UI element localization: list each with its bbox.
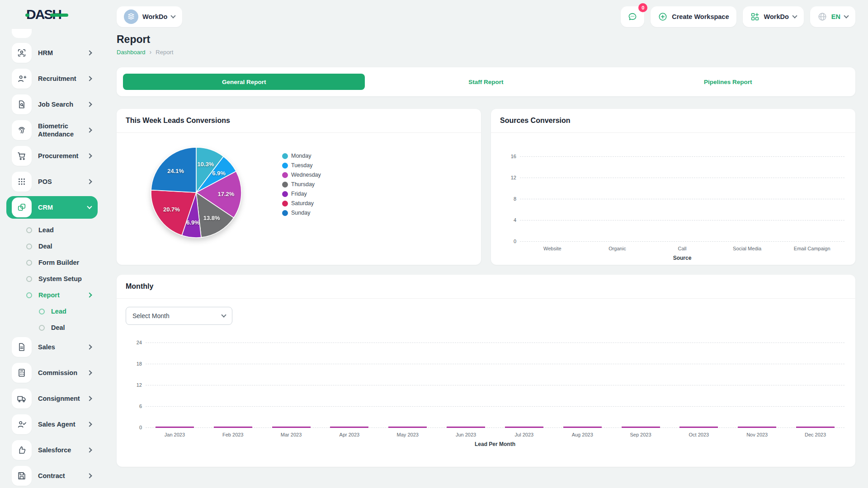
sidebar-item-biometric-attendance[interactable]: Biometric Attendance (6, 119, 98, 141)
breadcrumb-dashboard-link[interactable]: Dashboard (117, 49, 146, 56)
sidebar-subitem-lead[interactable]: Lead (6, 222, 98, 238)
workspace-switcher-button[interactable]: WorkDo (117, 6, 182, 27)
workspace-menu-label: WorkDo (764, 13, 789, 20)
monthly-card: Monthly Select Month 06121824 Jan 2023Fe… (117, 275, 855, 467)
sidebar-subitem-system-setup[interactable]: System Setup (6, 271, 98, 287)
bar-dec-2023[interactable] (796, 427, 835, 428)
tab-pipelines-report[interactable]: Pipelines Report (607, 74, 849, 90)
create-workspace-button[interactable]: Create Workspace (651, 6, 736, 27)
sources-bar-chart: 0481216 (520, 145, 844, 242)
breadcrumb-current: Report (156, 49, 173, 56)
main-area: WorkDo 0 Create Workspace WorkDo EN (104, 0, 868, 488)
bar-jul-2023[interactable] (505, 427, 543, 428)
x-tick-label-dec-2023: Dec 2023 (786, 432, 844, 437)
sidebar-item-procurement[interactable]: Procurement (6, 145, 98, 167)
legend-item-saturday[interactable]: Saturday (282, 200, 321, 206)
sidebar-subitem-deal[interactable]: Deal (6, 238, 98, 254)
sidebar-item-sales[interactable]: Sales (6, 336, 98, 358)
y-tick-label: 12 (502, 175, 516, 180)
legend-item-tuesday[interactable]: Tuesday (282, 162, 321, 169)
x-tick-label-jun-2023: Jun 2023 (437, 432, 495, 437)
workspace-menu-button[interactable]: WorkDo (743, 6, 804, 27)
sidebar-item-salesforce[interactable]: Salesforce (6, 439, 98, 461)
sidebar-item-recruitment[interactable]: Recruitment (6, 67, 98, 90)
bar-jan-2023[interactable] (156, 427, 194, 428)
bar-apr-2023[interactable] (330, 427, 368, 428)
y-tick-label: 0 (502, 239, 516, 244)
circle-icon (26, 244, 32, 249)
contract-icon (12, 466, 32, 486)
bar-aug-2023[interactable] (563, 427, 602, 428)
sidebar-item-crm[interactable]: CRM (6, 196, 98, 219)
x-tick-label-social-media: Social Media (715, 246, 780, 251)
legend-item-wednesday[interactable]: Wednesday (282, 172, 321, 178)
y-tick-label: 24 (127, 340, 142, 345)
x-tick-label-jan-2023: Jan 2023 (146, 432, 204, 437)
x-tick-label-jul-2023: Jul 2023 (495, 432, 553, 437)
x-tick-label-may-2023: May 2023 (378, 432, 437, 437)
bar-feb-2023[interactable] (214, 427, 252, 428)
chevron-right-icon (87, 292, 92, 297)
legend-item-monday[interactable]: Monday (282, 153, 321, 159)
legend-dot-icon (282, 201, 288, 206)
sales-agent-icon (12, 414, 32, 434)
messages-badge: 0 (638, 3, 647, 12)
pie-value-label-monday: 10.3% (198, 161, 214, 168)
pos-icon (12, 172, 32, 192)
chevron-right-icon (87, 153, 92, 158)
legend-item-sunday[interactable]: Sunday (282, 210, 321, 216)
sidebar-subitem-lead[interactable]: Lead (6, 303, 98, 319)
x-tick-label-email-campaign: Email Campaign (779, 246, 844, 251)
circle-icon (39, 309, 45, 314)
messages-button[interactable]: 0 (621, 6, 644, 27)
salesforce-icon (12, 440, 32, 460)
bar-mar-2023[interactable] (272, 427, 311, 428)
bar-nov-2023[interactable] (738, 427, 776, 428)
bar-jun-2023[interactable] (447, 427, 485, 428)
sidebar-item-commission[interactable]: Commission (6, 361, 98, 384)
pie-value-label-sunday: 24.1% (167, 168, 184, 174)
y-tick-label: 16 (502, 154, 516, 159)
sidebar-item-contract[interactable]: Contract (6, 465, 98, 487)
bar-oct-2023[interactable] (679, 427, 718, 428)
chevron-down-icon (221, 312, 226, 317)
y-tick-label: 0 (127, 425, 142, 430)
sources-x-axis-title: Source (520, 251, 844, 261)
job-search-icon (12, 94, 32, 114)
x-tick-label-website: Website (520, 246, 585, 251)
workspace-avatar (124, 9, 138, 24)
bar-may-2023[interactable] (388, 427, 427, 428)
tab-general-report[interactable]: General Report (123, 74, 365, 90)
chevron-right-icon (87, 127, 92, 132)
hrm-icon (12, 43, 32, 63)
monthly-card-title: Monthly (117, 275, 855, 299)
sidebar-subitem-deal[interactable]: Deal (6, 319, 98, 336)
legend-item-thursday[interactable]: Thursday (282, 181, 321, 188)
weekly-leads-card: This Week Leads Conversions 10.3%6.9%17.… (117, 109, 481, 265)
sidebar-subitem-report[interactable]: Report (6, 287, 98, 303)
sidebar-item-sales-agent[interactable]: Sales Agent (6, 413, 98, 436)
sidebar-subitem-form-builder[interactable]: Form Builder (6, 254, 98, 271)
circle-icon (39, 325, 45, 331)
sidebar-item-consignment[interactable]: Consignment (6, 387, 98, 410)
x-tick-label-feb-2023: Feb 2023 (204, 432, 262, 437)
report-tabs: General ReportStaff ReportPipelines Repo… (117, 67, 855, 96)
x-tick-label-oct-2023: Oct 2023 (670, 432, 728, 437)
select-month-dropdown[interactable]: Select Month (126, 307, 232, 325)
sidebar-partial-item[interactable] (12, 29, 32, 38)
y-tick-label: 12 (127, 382, 142, 388)
bar-sep-2023[interactable] (622, 427, 660, 428)
sidebar-item-hrm[interactable]: HRM (6, 42, 98, 64)
language-button[interactable]: EN (810, 6, 855, 27)
weekly-leads-card-title: This Week Leads Conversions (117, 109, 481, 133)
tab-staff-report[interactable]: Staff Report (365, 74, 607, 90)
monthly-bar-chart: 06121824 (146, 334, 844, 428)
sidebar-item-job-search[interactable]: Job Search (6, 93, 98, 116)
legend-item-friday[interactable]: Friday (282, 191, 321, 197)
legend-dot-icon (282, 172, 288, 178)
sidebar-item-pos[interactable]: POS (6, 170, 98, 193)
monthly-x-axis-title: Lead Per Month (146, 437, 844, 447)
logo[interactable]: DASH (0, 0, 104, 29)
biometric-icon (12, 120, 32, 140)
circle-icon (26, 260, 32, 266)
